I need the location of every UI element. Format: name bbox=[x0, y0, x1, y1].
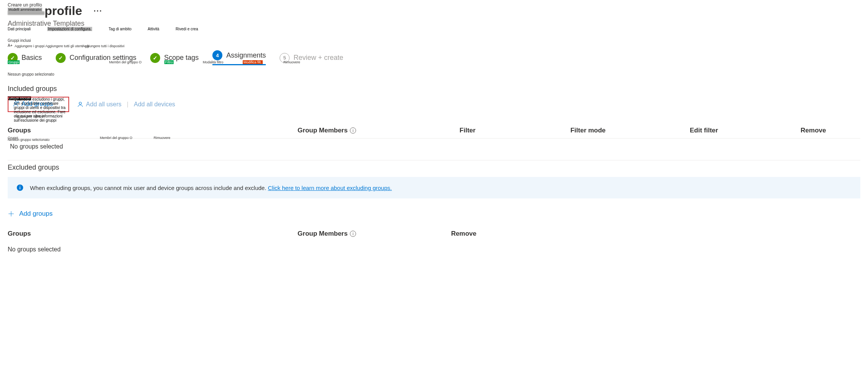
overlay-agg-gruppi-2: Aggiungere i gruppi bbox=[15, 114, 45, 118]
add-all-devices-label: Add all devices bbox=[134, 101, 176, 108]
included-empty: No groups selected bbox=[8, 139, 860, 153]
included-table-header: Groups Gruppi Membri del gruppo O Rimuov… bbox=[8, 121, 860, 139]
info-icon[interactable]: i bbox=[350, 127, 356, 134]
ex-col-members: Group Members bbox=[298, 230, 348, 238]
overlay-gruppi-box: Gruppi bbox=[8, 60, 20, 64]
included-groups-heading: Included groups bbox=[8, 85, 860, 93]
overlay-tab-dati: Dati principali bbox=[8, 27, 31, 31]
page-subtitle: Administrative Templates bbox=[8, 20, 860, 28]
step-scope[interactable]: Scope tags bbox=[150, 53, 199, 63]
title-suffix: profile bbox=[45, 4, 82, 18]
overlay-nessun-2: Nessun gruppo selezionato bbox=[8, 138, 50, 142]
col-filter: Filter bbox=[460, 127, 571, 134]
step-number: 4 bbox=[212, 50, 222, 60]
svg-rect-6 bbox=[20, 186, 20, 187]
overlay-filtro-box: Filtro bbox=[164, 60, 174, 64]
nessun-gruppo-label: Nessun gruppo selezionato bbox=[8, 72, 860, 76]
overlay-tab-rivedi: Rivedi e crea bbox=[176, 27, 198, 31]
ex-col-groups: Groups bbox=[8, 230, 298, 238]
overlay-modifica-box: Modifica filt. bbox=[243, 60, 263, 64]
excluded-groups-heading: Excluded groups bbox=[8, 164, 860, 172]
check-icon bbox=[56, 53, 66, 63]
gruppi-inclusi-label: Gruppi inclusi bbox=[8, 38, 860, 43]
overlay-tab-impostazioni: Impostazioni di configura. bbox=[47, 27, 92, 31]
person-icon bbox=[77, 101, 84, 108]
exclusion-info-link[interactable]: Click here to learn more about excluding… bbox=[268, 185, 392, 191]
wizard-steps: Basics Configuration settings Scope tags… bbox=[8, 50, 860, 65]
overlay-membri: Membri del gruppo O bbox=[109, 60, 142, 64]
page-title: ▬▬▬ profile ··· bbox=[8, 4, 860, 18]
excluded-empty: No groups selected bbox=[8, 241, 860, 256]
overlay-tab-attivita: Attività bbox=[148, 27, 159, 31]
overlay-tab-tag: Tag di ambito bbox=[109, 27, 131, 31]
overlay-agg-gruppi: Aggiungere i gruppi bbox=[15, 44, 45, 48]
step-label: Assignments bbox=[226, 51, 266, 59]
plus-icon bbox=[8, 210, 15, 217]
step-label: Review + create bbox=[293, 54, 343, 62]
col-members: Group Members bbox=[298, 127, 348, 134]
add-groups-highlight: Add groups Quando si escludono i gruppi,… bbox=[8, 97, 69, 112]
step-label: Basics bbox=[22, 54, 42, 62]
excluded-add-groups-label: Add groups bbox=[19, 210, 53, 218]
check-icon bbox=[150, 53, 160, 63]
exclusion-info-bar: When excluding groups, you cannot mix us… bbox=[8, 177, 860, 198]
ex-col-remove: Remove bbox=[451, 230, 860, 238]
exclusion-info-text: When excluding groups, you cannot mix us… bbox=[30, 185, 268, 191]
col-filter-mode: Filter mode bbox=[570, 127, 690, 134]
more-icon[interactable]: ··· bbox=[94, 7, 103, 15]
add-all-devices-button[interactable]: Add all devices bbox=[134, 101, 176, 108]
excluded-add-groups-button[interactable]: Add groups bbox=[8, 210, 860, 218]
info-icon bbox=[16, 184, 24, 192]
overlay-modalita: Modalità filtro bbox=[203, 60, 224, 64]
a-plus-indicator: A+ bbox=[8, 43, 13, 48]
svg-point-3 bbox=[79, 102, 81, 104]
col-groups: Groups bbox=[8, 127, 31, 134]
overlay-agg-dispositivi: Aggiungere tutti i dispositivi bbox=[83, 44, 124, 48]
overlay-rimuovere: Rimuovere bbox=[283, 60, 300, 64]
add-all-users-label: Add all users bbox=[86, 101, 122, 108]
col-edit-filter: Edit filter bbox=[690, 127, 801, 134]
svg-rect-5 bbox=[20, 187, 20, 189]
excluded-table-header: Groups Group Members i Remove bbox=[8, 225, 860, 241]
add-all-users-button[interactable]: Add all users bbox=[77, 101, 122, 108]
info-icon[interactable]: i bbox=[350, 231, 356, 237]
col-remove: Remove bbox=[801, 127, 860, 134]
exclusion-notice-overlay: Quando si escludono i gruppi, non è poss… bbox=[14, 97, 68, 122]
